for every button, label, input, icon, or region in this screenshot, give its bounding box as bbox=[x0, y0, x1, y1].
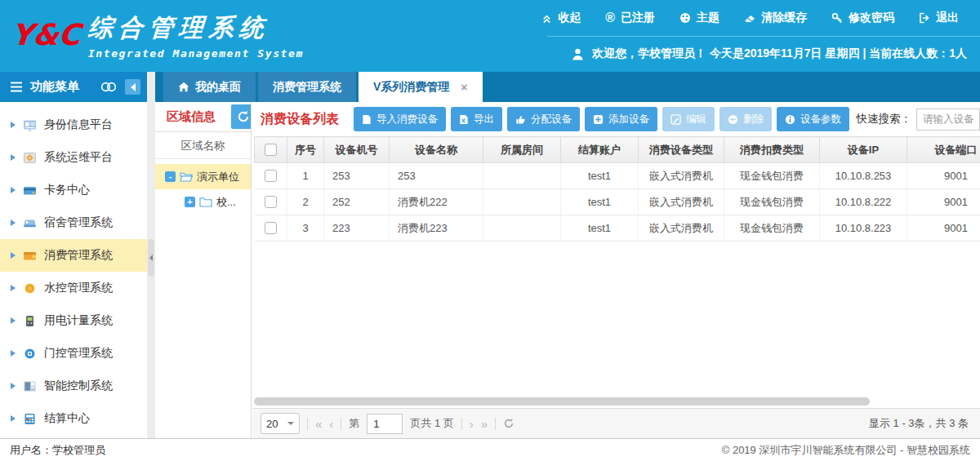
folder-closed-icon bbox=[199, 197, 212, 207]
table-row[interactable]: 2 252 消费机222 test1 嵌入式消费机 现金钱包消费 10.10.8… bbox=[255, 189, 980, 215]
import-file-icon bbox=[362, 114, 372, 125]
nav-collapse[interactable]: 收起 bbox=[541, 11, 581, 25]
splitter-collapse-handle[interactable] bbox=[148, 239, 154, 277]
footer-copyright: © 2019 深圳市宇川智能系统有限公司 - 智慧校园系统 bbox=[722, 443, 970, 458]
expand-arrow-icon bbox=[11, 383, 16, 389]
last-page-button[interactable]: » bbox=[481, 418, 488, 430]
id-card-icon bbox=[23, 119, 37, 131]
col-room: 所属房间 bbox=[483, 137, 561, 163]
area-refresh-button[interactable] bbox=[231, 104, 252, 129]
sidebar-item-smart-control[interactable]: 智能控制系统 bbox=[0, 370, 147, 402]
tab-consumption-system[interactable]: 消费管理系统 bbox=[258, 72, 356, 102]
app-logo: Y&C 综合管理系统 Integrated Management System bbox=[8, 11, 304, 60]
clear-cache-icon bbox=[744, 12, 755, 24]
collapse-node-icon[interactable]: - bbox=[165, 171, 176, 182]
app-title: 综合管理系统 bbox=[87, 11, 305, 45]
smart-control-icon bbox=[23, 380, 37, 392]
col-deduct-type: 消费扣费类型 bbox=[724, 137, 820, 163]
sidebar-item-ops[interactable]: 系统运维平台 bbox=[0, 141, 147, 174]
welcome-text: 欢迎您，学校管理员！ 今天是2019年11月7日 星期四 | 当前在线人数：1人 bbox=[592, 47, 967, 61]
tree-node-school[interactable]: + 校... bbox=[155, 189, 251, 215]
assign-devices-button[interactable]: 分配设备 bbox=[507, 107, 580, 131]
col-device-port: 设备端口 bbox=[907, 137, 980, 163]
page-label-prefix: 第 bbox=[349, 416, 359, 431]
device-params-button[interactable]: 设备参数 bbox=[777, 107, 849, 131]
tab-my-desktop[interactable]: 我的桌面 bbox=[163, 72, 256, 102]
close-icon[interactable]: × bbox=[461, 81, 467, 94]
record-summary: 显示 1 - 3条，共 3 条 bbox=[869, 416, 969, 431]
horizontal-scrollbar-thumb[interactable] bbox=[254, 397, 870, 406]
calculator-icon bbox=[23, 413, 37, 425]
sidebar-item-settlement[interactable]: 结算中心 bbox=[0, 402, 147, 435]
table-row[interactable]: 1 253 253 test1 嵌入式消费机 现金钱包消费 10.10.8.25… bbox=[255, 163, 980, 189]
nav-registered[interactable]: ® 已注册 bbox=[605, 11, 655, 25]
nav-logout[interactable]: 退出 bbox=[919, 11, 959, 25]
expand-arrow-icon bbox=[11, 415, 16, 422]
row-checkbox[interactable] bbox=[265, 170, 277, 182]
page-number-input[interactable] bbox=[367, 414, 403, 434]
view-switch-icon[interactable] bbox=[100, 82, 118, 92]
app-header: Y&C 综合管理系统 Integrated Management System … bbox=[0, 0, 980, 72]
sidebar-collapse-button[interactable] bbox=[125, 79, 140, 95]
sidebar-item-card-center[interactable]: 卡务中心 bbox=[0, 174, 147, 206]
sidebar-item-power[interactable]: 用电计量系统 bbox=[0, 304, 147, 337]
horizontal-scrollbar bbox=[254, 397, 978, 406]
add-device-button[interactable]: 添加设备 bbox=[585, 107, 657, 131]
edit-icon bbox=[670, 114, 681, 125]
top-nav: 收起 ® 已注册 主题 清除缓存 修改密码 退出 bbox=[547, 0, 980, 36]
sidebar-item-water[interactable]: 水控管理系统 bbox=[0, 272, 147, 304]
tab-v-series-consumption[interactable]: V系列消费管理 × bbox=[359, 72, 483, 102]
nav-theme[interactable]: 主题 bbox=[679, 11, 719, 25]
chevron-left-icon bbox=[149, 255, 153, 261]
nav-clear-cache[interactable]: 清除缓存 bbox=[744, 11, 807, 25]
sidebar-item-identity[interactable]: 身份信息平台 bbox=[0, 109, 147, 141]
area-panel-title: 区域信息 bbox=[155, 109, 216, 125]
expand-arrow-icon bbox=[11, 187, 16, 193]
area-panel: 区域信息 区域名称 - 演示单位 + 校... bbox=[155, 102, 252, 438]
device-table: 序号 设备机号 设备名称 所属房间 结算账户 消费设备类型 消费扣费类型 设备I… bbox=[254, 136, 980, 242]
home-icon bbox=[178, 82, 189, 92]
export-button[interactable]: 导出 bbox=[451, 107, 502, 131]
select-all-checkbox[interactable] bbox=[265, 144, 277, 156]
edit-button[interactable]: 编辑 bbox=[662, 107, 715, 131]
sidebar-item-consumption[interactable]: 消费管理系统 bbox=[0, 239, 147, 272]
nav-change-password[interactable]: 修改密码 bbox=[831, 11, 894, 25]
sidebar-title: 功能菜单 bbox=[30, 79, 79, 95]
quick-search-label: 快速搜索： bbox=[857, 112, 912, 126]
page-footer: 用户名：学校管理员 © 2019 深圳市宇川智能系统有限公司 - 智慧校园系统 bbox=[0, 438, 980, 461]
next-page-button[interactable]: › bbox=[470, 418, 474, 430]
expand-node-icon[interactable]: + bbox=[185, 197, 195, 207]
col-device-ip: 设备IP bbox=[820, 137, 907, 163]
delete-icon bbox=[728, 114, 738, 125]
welcome-bar: 欢迎您，学校管理员！ 今天是2019年11月7日 星期四 | 当前在线人数：1人 bbox=[547, 36, 980, 71]
coin-icon bbox=[23, 282, 37, 295]
delete-button[interactable]: 删除 bbox=[719, 107, 772, 131]
reload-icon[interactable] bbox=[503, 418, 514, 429]
tree-node-demo-unit[interactable]: - 演示单位 bbox=[155, 164, 251, 189]
sidebar-item-door[interactable]: 门控管理系统 bbox=[0, 337, 147, 370]
col-machine-no: 设备机号 bbox=[324, 137, 390, 163]
refresh-icon bbox=[237, 110, 250, 123]
col-account: 结算账户 bbox=[561, 137, 639, 163]
prev-page-button[interactable]: ‹ bbox=[329, 418, 333, 430]
logo-yc: Y&C bbox=[10, 18, 81, 60]
collapse-up-icon bbox=[541, 13, 552, 24]
door-control-icon bbox=[23, 348, 37, 360]
first-page-button[interactable]: « bbox=[315, 418, 322, 430]
sidebar-item-dorm[interactable]: 宿舍管理系统 bbox=[0, 206, 147, 239]
sidebar-splitter bbox=[147, 72, 155, 438]
page-size-select[interactable]: 20 bbox=[261, 413, 300, 434]
registered-icon: ® bbox=[605, 12, 615, 24]
export-excel-icon bbox=[459, 114, 469, 125]
page-label-suffix: 页共 1 页 bbox=[410, 416, 453, 431]
row-checkbox[interactable] bbox=[265, 222, 277, 234]
sidebar-menu: 身份信息平台 系统运维平台 卡务中心 宿舍管理系统 消费管理系统 水控管理系统 bbox=[0, 102, 147, 435]
theme-icon bbox=[679, 12, 691, 24]
row-checkbox[interactable] bbox=[265, 196, 277, 208]
quick-search-input[interactable] bbox=[916, 109, 980, 131]
sidebar-header: 功能菜单 bbox=[0, 72, 147, 102]
folder-open-icon bbox=[180, 171, 193, 182]
table-row[interactable]: 3 223 消费机223 test1 嵌入式消费机 现金钱包消费 10.10.8… bbox=[255, 215, 980, 242]
sidebar: 功能菜单 身份信息平台 系统运维平台 卡务中心 宿舍管理系统 消费管 bbox=[0, 72, 147, 438]
import-devices-button[interactable]: 导入消费设备 bbox=[354, 107, 446, 131]
